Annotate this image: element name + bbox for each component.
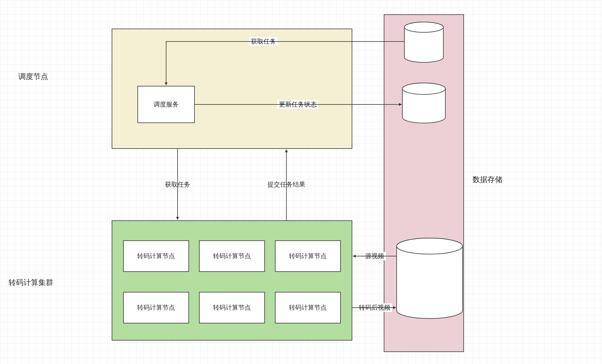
storage-container [384,14,464,352]
section-title-storage: 数据存储 [473,175,502,185]
worker-node: 转码计算节点 [199,240,265,272]
worker-label: 转码计算节点 [289,252,327,260]
edge-label-fetch-task-2: 获取任务 [163,180,192,189]
edge-label-submit-result: 提交任务结果 [266,180,307,189]
worker-label: 转码计算节点 [137,252,175,260]
task-queue-label-line2: 列 [421,43,427,50]
worker-node: 转码计算节点 [275,240,341,272]
section-title-cluster: 转码计算集群 [9,278,53,288]
worker-node: 转码计算节点 [275,292,341,323]
diagram-canvas: 调度节点 转码计算集群 数据存储 调度服务 转码计算节点 转码计算节点 转码计算… [0,0,602,364]
section-title-scheduler: 调度节点 [18,72,48,82]
worker-node: 转码计算节点 [123,240,189,272]
edge-label-update-status: 更新任务状态 [277,100,318,109]
mysql-label: MySQL [407,99,441,107]
task-queue-label: 任务队 列 [405,34,442,52]
worker-node: 转码计算节点 [123,292,189,323]
worker-label: 转码计算节点 [289,303,327,312]
worker-label: 转码计算节点 [213,303,251,312]
filesystem-label: 文件系统 [410,272,450,280]
worker-label: 转码计算节点 [213,252,251,260]
edge-label-transcoded-video: 转码后视频 [357,303,392,312]
scheduler-service-node: 调度服务 [137,86,195,123]
worker-label: 转码计算节点 [137,303,175,312]
worker-node: 转码计算节点 [199,292,265,323]
edge-label-source-video: 源视频 [363,252,386,260]
task-queue-label-line1: 任务队 [414,35,433,43]
edge-label-fetch-task-1: 获取任务 [249,37,278,46]
scheduler-service-label: 调度服务 [154,100,179,109]
